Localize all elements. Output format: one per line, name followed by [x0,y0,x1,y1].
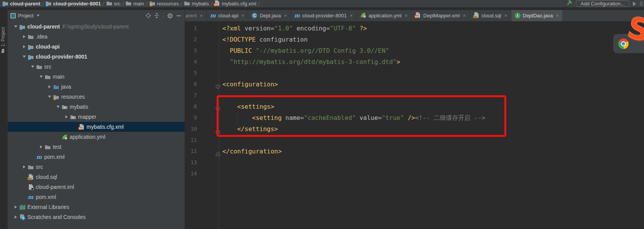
folder-icon [125,0,132,7]
expand-arrow-icon[interactable] [13,216,18,219]
editor-tab-DeptDao.java[interactable]: IDeptDao.java× [511,10,563,21]
expand-arrow-icon[interactable] [13,205,18,209]
breadcrumb-item-mybatis[interactable]: mybatis [184,0,209,7]
tree-item-pom.xml[interactable]: mpom.xml [8,152,185,162]
collapse-all-icon[interactable] [153,13,160,19]
collapse-arrow-icon[interactable] [55,106,60,108]
locate-file-icon[interactable] [145,13,151,19]
svg-text:SQL: SQL [473,16,478,18]
tab-label: cloud-provider-8001 [302,13,347,19]
chevron-down-icon[interactable] [37,15,40,17]
build-hammer-icon[interactable] [566,0,572,8]
settings-gear-icon[interactable] [167,13,173,19]
tree-item-test[interactable]: test [8,142,185,152]
line-number: 6 [185,79,197,90]
close-tab-icon[interactable]: × [405,13,408,19]
breadcrumb-item-src[interactable]: src [106,0,120,7]
line-number: 9 [185,112,197,123]
tree-item-java[interactable]: java [8,82,185,92]
line-number: 8 [185,101,197,112]
breadcrumb-item-mybatis.cfg.xml[interactable]: <>mybatis.cfg.xml [214,0,256,7]
more-actions-icon[interactable] [640,1,642,6]
breadcrumb-item-resources[interactable]: resources [149,0,179,7]
editor-tab-cloud.sql[interactable]: SQLcloud.sql× [470,10,511,21]
tree-item-cloud.sql[interactable]: SQLcloud.sql [8,172,185,182]
collapse-arrow-icon[interactable] [47,96,52,98]
tree-item-resources[interactable]: resources [8,92,185,102]
tree-item-src[interactable]: src [8,162,185,172]
tree-item-src[interactable]: src [8,62,185,72]
tree-item-main[interactable]: main [8,72,185,82]
breadcrumb-item-cloud-parent[interactable]: cloud-parent [2,0,40,7]
libraries-icon [19,204,25,210]
tree-item-Scratches and Consoles[interactable]: Scratches and Consoles [8,212,185,222]
code-line-13[interactable]: 13 [185,157,644,168]
tree-item-application.yml[interactable]: application.yml [8,132,185,142]
code-line-1[interactable]: 1<?xml version="1.0" encoding="UTF-8" ?> [185,23,644,34]
close-tab-icon[interactable]: × [200,13,203,19]
close-tab-icon[interactable]: × [350,13,353,19]
tree-item-label: pom.xml [44,154,65,160]
code-token: PUBLIC [230,47,255,54]
tree-item-cloud-api[interactable]: cloud-api [8,42,185,52]
java-folder-icon [53,84,59,89]
run-button[interactable] [633,2,636,6]
expand-arrow-icon[interactable] [64,115,69,118]
maven-icon: m [294,13,300,19]
collapse-arrow-icon[interactable] [30,66,35,68]
editor-tab-DeptMapper.xml[interactable]: <>DeptMapper.xml× [411,10,469,21]
editor-tab-application.yml[interactable]: application.yml× [357,10,412,21]
tree-item-.idea[interactable]: .idea [8,32,185,42]
breadcrumb-item-cloud-provider-8001[interactable]: cloud-provider-8001 [45,0,101,7]
close-tab-icon[interactable]: × [242,13,245,19]
stripe-label-text: 1: Project [0,27,6,47]
close-tab-icon[interactable]: × [284,13,287,19]
code-line-14[interactable]: 14 [185,168,644,179]
tree-item-label: mybatis.cfg.xml [87,124,123,130]
collapse-arrow-icon[interactable] [13,25,18,28]
tree-item-pom.xml[interactable]: mpom.xml [8,192,185,202]
expand-arrow-icon[interactable] [22,165,27,168]
expand-arrow-icon[interactable] [22,35,27,38]
add-configuration-button[interactable]: Add Configuration... [576,0,629,7]
tree-item-cloud-parent.iml[interactable]: cloud-parent.iml [8,182,185,192]
collapse-arrow-icon[interactable] [22,56,27,58]
tree-item-label: External Libraries [27,204,69,210]
code-token: "1.0" [274,25,293,32]
expand-arrow-icon[interactable] [38,145,43,148]
iml-file-icon [27,184,34,190]
code-token: ?> [356,25,367,32]
editor-tab-arent[interactable]: arent× [185,10,207,21]
expand-arrow-icon[interactable] [22,45,27,48]
code-line-6[interactable]: 6<configuration> [185,79,644,90]
tree-item-mybatis[interactable]: mybatis [8,102,185,112]
tree-item-mybatis.cfg.xml[interactable]: <>mybatis.cfg.xml [8,122,185,132]
tree-item-cloud-parent[interactable]: cloud-parentF:\springStudy\cloud-parent [8,22,185,32]
breadcrumb-item-main[interactable]: main [125,0,144,7]
interface-icon: I [515,13,521,19]
close-tab-icon[interactable]: × [463,13,466,19]
tree-item-label: application.yml [70,134,105,140]
collapse-arrow-icon[interactable] [38,76,43,78]
code-line-3[interactable]: 3 PUBLIC "-//mybatis.org//DTD Config 3.0… [185,45,644,56]
red-annotation-box [217,95,506,137]
code-line-4[interactable]: 4 "http://mybatis.org/dtd/mybatis-3-conf… [185,56,644,67]
code-line-2[interactable]: 2<!DOCTYPE configuration [185,34,644,45]
code-line-5[interactable]: 5 [185,67,644,79]
code-line-12[interactable]: 12</configuration> [185,146,644,157]
tree-item-mapper[interactable]: mapper [8,112,185,122]
code-token: version= [245,25,274,32]
expand-arrow-icon[interactable] [47,85,52,88]
tree-item-External Libraries[interactable]: External Libraries [8,202,185,212]
editor-tab-cloud-provider-8001[interactable]: mcloud-provider-8001× [291,10,357,21]
close-tab-icon[interactable]: × [556,13,559,19]
tab-label: application.yml [369,13,402,19]
editor-tab-Dept.java[interactable]: CDept.java× [248,10,291,21]
hide-panel-icon[interactable] [175,13,182,19]
tree-item-label: test [53,144,62,150]
tree-item-cloud-provider-8001[interactable]: cloud-provider-8001 [8,52,185,62]
project-stripe-button[interactable]: 1: Project [0,27,6,53]
close-tab-icon[interactable]: × [504,13,507,19]
editor-tab-cloud-api[interactable]: mcloud-api× [207,10,248,21]
tree-item-label: src [44,64,52,70]
